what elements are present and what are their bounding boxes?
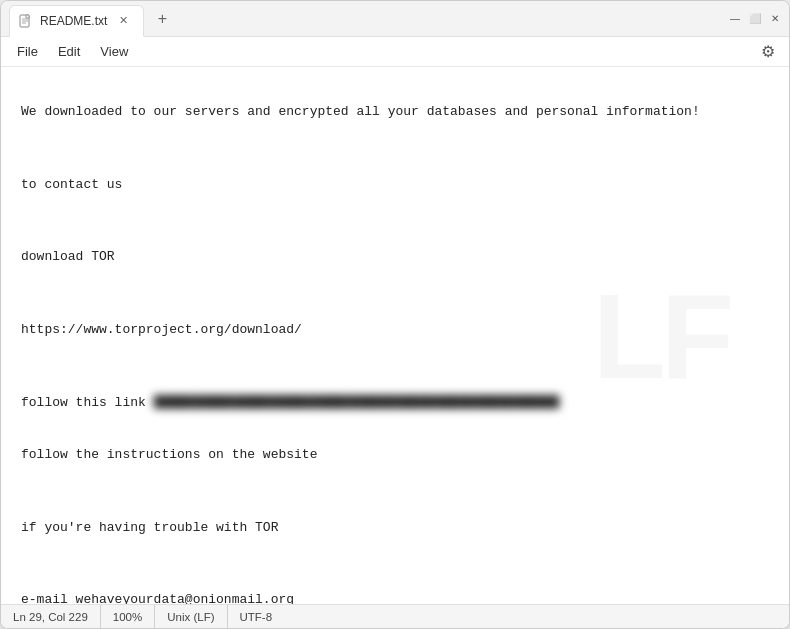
line-14 xyxy=(21,559,769,569)
line-9a: follow this link xyxy=(21,395,146,410)
line-ending: Unix (LF) xyxy=(155,605,227,628)
line-10 xyxy=(21,414,769,424)
settings-icon[interactable]: ⚙ xyxy=(755,40,781,63)
line-7: https://www.torproject.org/download/ xyxy=(21,320,769,341)
cursor-position: Ln 29, Col 229 xyxy=(13,605,101,628)
edit-menu[interactable]: Edit xyxy=(50,41,88,62)
file-menu[interactable]: File xyxy=(9,41,46,62)
menu-bar: File Edit View ⚙ xyxy=(1,37,789,67)
line-4 xyxy=(21,216,769,226)
svg-rect-1 xyxy=(26,15,29,18)
new-tab-button[interactable]: + xyxy=(150,7,174,31)
line-13: if you're having trouble with TOR xyxy=(21,518,769,539)
line-1: We downloaded to our servers and encrypt… xyxy=(21,102,769,123)
line-5: download TOR xyxy=(21,247,769,268)
line-12 xyxy=(21,487,769,497)
line-2 xyxy=(21,143,769,153)
minimize-button[interactable]: — xyxy=(729,13,741,25)
window-controls: — ⬜ ✕ xyxy=(729,13,781,25)
tab-close-button[interactable]: ✕ xyxy=(115,13,131,29)
tab-title: README.txt xyxy=(40,14,107,28)
active-tab[interactable]: README.txt ✕ xyxy=(9,5,144,37)
notepad-window: README.txt ✕ + — ⬜ ✕ File Edit View ⚙ LF… xyxy=(0,0,790,629)
zoom-level: 100% xyxy=(101,605,155,628)
menu-items: File Edit View xyxy=(9,41,136,62)
line-15: e-mail wehaveyourdata@onionmail.org xyxy=(21,590,769,604)
file-icon xyxy=(18,13,34,29)
view-menu[interactable]: View xyxy=(92,41,136,62)
maximize-button[interactable]: ⬜ xyxy=(749,13,761,25)
line-9-blurred: ████████████████████████████████████████… xyxy=(154,395,560,410)
title-bar: README.txt ✕ + — ⬜ ✕ xyxy=(1,1,789,37)
line-11: follow the instructions on the website xyxy=(21,445,769,466)
text-body: We downloaded to our servers and encrypt… xyxy=(21,81,769,604)
encoding: UTF-8 xyxy=(228,605,285,628)
title-bar-left: README.txt ✕ + xyxy=(9,1,729,37)
text-editor-content[interactable]: LF We downloaded to our servers and encr… xyxy=(1,67,789,604)
line-6 xyxy=(21,289,769,299)
line-8 xyxy=(21,362,769,372)
status-bar: Ln 29, Col 229 100% Unix (LF) UTF-8 xyxy=(1,604,789,628)
line-3: to contact us xyxy=(21,175,769,196)
close-button[interactable]: ✕ xyxy=(769,13,781,25)
